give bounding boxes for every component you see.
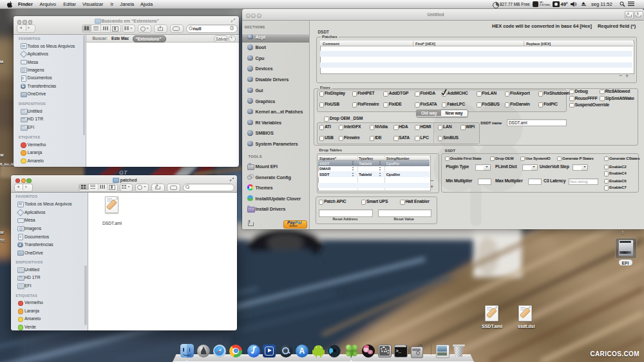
- svg-text:GT: GT: [119, 169, 128, 176]
